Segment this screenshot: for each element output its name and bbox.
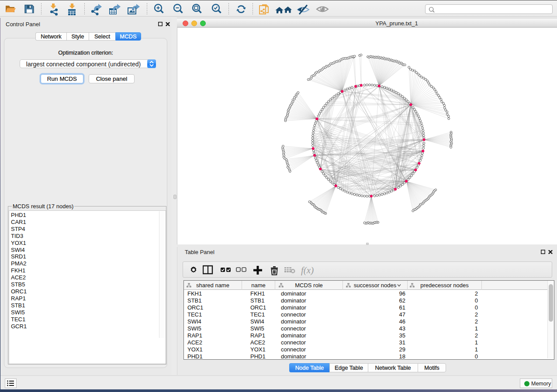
svg-text:f(x): f(x) <box>301 265 314 275</box>
